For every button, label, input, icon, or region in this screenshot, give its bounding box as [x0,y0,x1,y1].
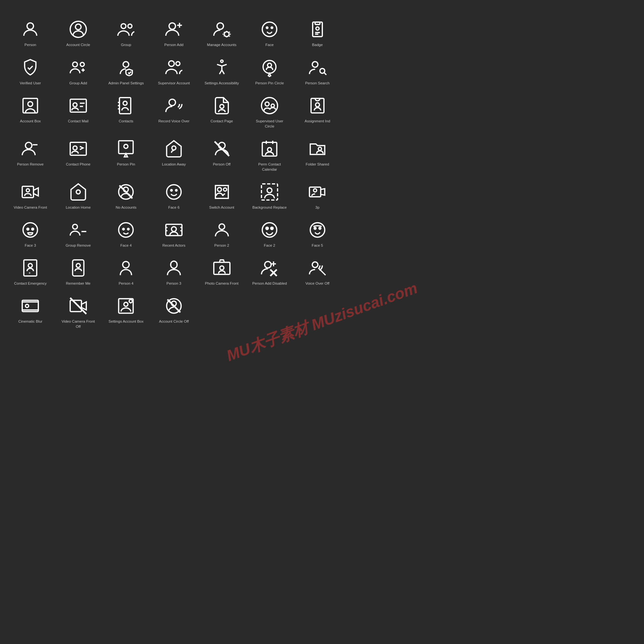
badge-icon [308,20,327,39]
supervisor-account-label: Supervisor Account [158,81,190,86]
svg-point-78 [27,228,29,230]
svg-point-71 [217,187,222,192]
svg-point-96 [314,227,316,229]
contacts-icon [116,96,136,115]
record-voice-over-label: Record Voice Over [158,118,190,124]
svg-point-30 [28,101,33,106]
person-search-icon [308,58,327,77]
verified-user-label: Verified User [20,81,41,86]
svg-point-106 [220,266,224,270]
person-remove-icon [21,139,40,158]
account-box-icon [21,96,40,115]
video-camera-front-label: Video Camera Front [14,205,47,210]
group-remove-label: Group Remove [66,243,91,248]
icon-cell-contact-phone: Contact Phone [54,133,102,176]
icon-cell-no-accounts: No Accounts [102,176,150,214]
svg-point-15 [316,27,319,30]
icon-cell-assignment-ind: Assignment Ind [293,90,341,133]
video-camera-front-off-icon [69,296,88,316]
background-replace-icon [260,182,279,202]
svg-point-122 [124,302,128,307]
group-remove-icon [69,220,88,240]
svg-point-63 [26,189,30,192]
person-4-label: Person 4 [118,281,133,286]
icon-cell-face-2: Face 2 [246,214,294,252]
person-icon [21,20,40,39]
location-home-icon [69,182,88,202]
svg-point-26 [312,62,318,67]
svg-point-22 [176,62,180,66]
svg-point-47 [25,142,32,149]
icon-cell-person-remove: Person Remove [6,133,54,176]
person-add-disabled-label: Person Add Disabled [252,281,287,286]
svg-point-76 [313,189,317,192]
perm-contact-calendar-label: Perm Contact Calendar [252,162,287,172]
group-add-label: Group Add [69,81,87,86]
svg-point-40 [169,99,175,106]
icon-cell-contact-page: Contact Page [198,90,246,133]
person-pin-circle-label: Person Pin Circle [255,81,284,86]
account-circle-label: Account Circle [66,42,90,47]
svg-point-93 [266,227,269,230]
svg-point-74 [267,188,272,193]
svg-point-82 [119,223,133,237]
svg-point-91 [219,224,225,230]
supervisor-account-icon [164,58,184,77]
folder-shared-icon [308,139,327,158]
svg-point-69 [171,190,172,191]
recent-actors-label: Recent Actors [162,243,185,248]
icon-cell-account-circle: Account Circle [54,14,102,52]
settings-account-box-label: Settings Account Box [109,319,144,324]
icon-cell-supervised-user-circle: Supervised User Circle [246,90,294,133]
svg-point-11 [266,27,268,29]
icon-cell-group-add: Group Add [54,52,102,90]
svg-line-113 [319,269,326,275]
svg-point-46 [315,103,319,107]
icon-cell-voice-over-off: Voice Over Off [293,252,341,290]
contacts-label: Contacts [119,118,133,124]
icon-cell-face: Face [246,14,294,52]
icon-cell-settings-account-box: Settings Account Box [102,290,150,334]
account-box-label: Account Box [20,118,41,124]
icon-cell-person-add: Person Add [150,14,198,52]
person-remove-label: Person Remove [17,162,43,167]
svg-marker-62 [33,188,38,196]
person-4-icon [116,258,136,278]
svg-point-19 [80,62,84,66]
manage-accounts-label: Manage Accounts [207,42,236,47]
contact-phone-label: Contact Phone [66,162,90,167]
icon-cell-switch-account: Switch Account [198,176,246,214]
person-3-label: Person 3 [166,281,181,286]
icon-cell-person-pin: Person Pin [102,133,150,176]
icon-cell-face-3: Face 3 [6,214,54,252]
group-icon [116,20,136,39]
svg-point-94 [271,227,273,230]
manage-accounts-icon [212,20,232,39]
face-3-label: Face 3 [25,243,36,248]
svg-rect-85 [166,224,182,236]
svg-point-115 [25,304,29,308]
photo-camera-front-icon [212,258,232,278]
record-voice-over-icon [164,96,184,115]
face-4-icon [116,220,136,240]
svg-point-52 [124,144,128,148]
svg-point-3 [121,24,126,29]
person-2-label: Person 2 [214,243,229,248]
svg-point-9 [224,32,229,37]
assignment-ind-label: Assignment Ind [305,118,330,124]
svg-point-41 [220,104,224,109]
account-circle-off-icon [164,296,184,316]
settings-accessibility-label: Settings Accessibility [204,81,239,86]
face-label: Face [265,42,274,47]
icon-cell-face-5: Face 5 [293,214,341,252]
voice-over-off-label: Voice Over Off [305,281,329,286]
svg-point-60 [318,147,321,150]
group-label: Group [121,42,131,47]
face-4-label: Face 4 [120,243,132,248]
svg-point-102 [76,263,81,268]
person-search-label: Person Search [305,81,330,86]
person-add-disabled-icon [260,258,279,278]
badge-label: Badge [312,42,323,47]
settings-account-box-icon [116,296,136,316]
svg-point-23 [221,60,223,62]
